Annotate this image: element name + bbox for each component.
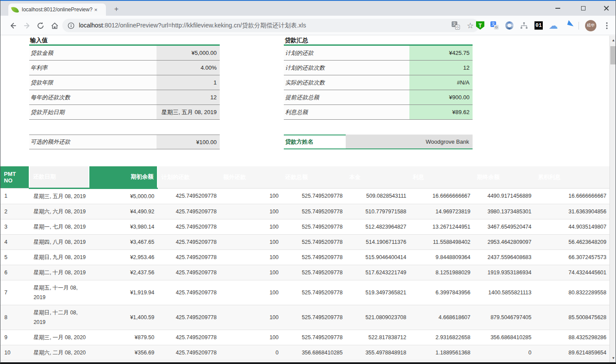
amortization-cell: 16.6666666667 <box>409 188 473 204</box>
cloud-extension-icon[interactable]: ☁ <box>549 21 558 30</box>
amortization-header-cell: 还款总额 <box>282 166 346 188</box>
row-label: 提前还款总额 <box>284 90 409 104</box>
amortization-cell: 9 <box>0 330 29 345</box>
tab-close-icon[interactable]: × <box>94 7 98 13</box>
amortization-cell: 11.5588498402 <box>409 234 473 249</box>
amortization-cell: 8 <box>0 305 29 330</box>
amortization-cell: 1.1889561368 <box>409 345 473 360</box>
summary-row: 贷款开始日期星期三, 五月 08, 2019 <box>29 105 220 120</box>
table-row: 10星期六, 二月 08, 2020¥356.69425.74952097780… <box>0 345 609 360</box>
page-translate-icon[interactable]: 文 G <box>452 21 460 30</box>
new-tab-button[interactable]: + <box>111 4 122 15</box>
menu-dots-icon[interactable] <box>602 21 611 30</box>
row-value: 12 <box>157 90 220 104</box>
amortization-cell: 2437.5596408683 <box>473 249 534 265</box>
amortization-cell: 514.1906711376 <box>346 234 409 249</box>
summary-row: 提前还款总额¥900.00 <box>284 90 473 105</box>
row-value: Woodgrove Bank <box>346 135 473 148</box>
amortization-cell: 525.7495209778 <box>282 234 346 249</box>
amortization-cell: 2 <box>0 204 29 219</box>
inputs-title: 输入值 <box>29 37 220 46</box>
home-button[interactable] <box>49 20 60 31</box>
amortization-cell: 519.3497365821 <box>346 280 409 305</box>
amortization-cell: 522.817838712 <box>346 330 409 345</box>
row-value: 1 <box>157 75 220 90</box>
browser-window: localhost:8012/onlinePreview? × + localh… <box>0 0 616 364</box>
summary-row: 计划的还款次数12 <box>284 61 473 75</box>
address-bar[interactable]: localhost:8012/onlinePreview?url=http://… <box>62 19 479 32</box>
summary-row: 计划的还款¥425.75 <box>284 46 473 61</box>
row-label: 年利率 <box>29 61 157 75</box>
amortization-cell: 2953.4642809097 <box>473 234 534 249</box>
vertical-scrollbar[interactable]: ▲ ▼ <box>609 36 616 362</box>
browser-tab[interactable]: localhost:8012/onlinePreview? × <box>8 3 106 16</box>
row-value: ¥900.00 <box>409 90 473 104</box>
amortization-cell: 425.7495209778 <box>157 204 220 219</box>
reload-button[interactable] <box>35 20 46 31</box>
amortization-cell: ¥1,919.94 <box>89 280 157 305</box>
url-text[interactable]: localhost:8012/onlinePreview?url=http://… <box>79 22 452 30</box>
amortization-cell: 74.4324445601 <box>534 265 609 280</box>
amortization-cell: 星期日, 九月 08, 2019 <box>29 249 89 265</box>
amortization-header-cell: 期初余额 <box>89 166 157 188</box>
amortization-header-cell: 还款日期 <box>29 166 89 188</box>
scroll-up-icon[interactable]: ▲ <box>610 37 616 44</box>
amortization-cell: 2.9316822658 <box>409 330 473 345</box>
row-value: ¥89.62 <box>409 105 473 119</box>
bookmark-star-icon[interactable]: ☆ <box>467 21 474 30</box>
amortization-cell: 100 <box>220 330 282 345</box>
amortization-cell: 13.2671244951 <box>409 219 473 234</box>
amortization-cell: 14.969723819 <box>409 204 473 219</box>
amortization-cell: 星期二, 十月 08, 2019 <box>29 265 89 280</box>
row-value: 星期三, 五月 08, 2019 <box>157 105 220 119</box>
amortization-cell: 85.5008475628 <box>534 305 609 330</box>
summary-row: 利息总额¥89.62 <box>284 105 473 120</box>
amortization-header-row: PMT NO还款日期期初余额计划的还款额外还款还款总额本金利息期终余额累积利息 <box>0 166 609 188</box>
table-row: 5星期日, 九月 08, 2019¥2,953.46425.7495209778… <box>0 249 609 265</box>
amortization-cell: 6 <box>0 265 29 280</box>
back-button[interactable] <box>7 20 18 31</box>
amortization-cell: 80.8322289558 <box>534 280 609 305</box>
profile-avatar[interactable]: 精华 <box>585 20 596 31</box>
swirl-extension-icon[interactable] <box>505 21 514 30</box>
minimize-button[interactable] <box>552 3 563 14</box>
amortization-header-cell: 本金 <box>346 166 409 188</box>
tampermonkey-extension-icon[interactable]: T <box>476 21 484 30</box>
binary-extension-icon[interactable]: 01 <box>534 21 543 30</box>
amortization-cell: 100 <box>220 219 282 234</box>
amortization-header-cell: 累积利息 <box>534 166 609 188</box>
scroll-down-icon[interactable]: ▼ <box>610 354 616 361</box>
forward-button[interactable] <box>22 20 33 31</box>
amortization-cell: 3980.1373485301 <box>473 204 534 219</box>
maximize-button[interactable] <box>578 3 589 14</box>
amortization-cell: 879.5046797405 <box>473 305 534 330</box>
close-button[interactable] <box>603 5 609 11</box>
amortization-cell: ¥2,953.46 <box>89 249 157 265</box>
table-row: 3星期一, 七月 08, 2019¥3,980.14425.7495209778… <box>0 219 609 234</box>
amortization-cell: 525.7495209778 <box>282 330 346 345</box>
amortization-cell: 425.7495209778 <box>157 265 220 280</box>
amortization-cell: 星期六, 六月 08, 2019 <box>29 204 89 219</box>
amortization-cell: 3467.6549520474 <box>473 219 534 234</box>
amortization-cell: 425.7495209778 <box>157 249 220 265</box>
amortization-table: PMT NO还款日期期初余额计划的还款额外还款还款总额本金利息期终余额累积利息 … <box>0 166 609 361</box>
toolbar-separator <box>579 22 579 30</box>
proxy-tree-extension-icon[interactable] <box>520 21 528 30</box>
bird-extension-icon[interactable] <box>564 21 572 30</box>
amortization-cell: 0 <box>473 345 534 360</box>
amortization-cell: 355.4978848918 <box>346 345 409 360</box>
amortization-cell: ¥1,400.59 <box>89 305 157 330</box>
amortization-cell: 525.7495209778 <box>282 305 346 330</box>
amortization-cell: 509.0828543111 <box>346 188 409 204</box>
table-row: 8星期日, 十二月 08, 2019¥1,400.59425.749520977… <box>0 305 609 330</box>
row-value: 4.00% <box>157 61 220 75</box>
lender-name-row: 贷款方姓名 Woodgrove Bank <box>284 135 473 149</box>
info-icon[interactable] <box>68 22 75 29</box>
amortization-cell: 100 <box>220 204 282 219</box>
amortization-header-cell: PMT NO <box>0 166 29 188</box>
scrollbar-thumb[interactable] <box>610 46 616 64</box>
inputs-panel: 输入值 贷款金额¥5,000.00年利率4.00%贷款年限1每年的还款次数12贷… <box>29 37 220 149</box>
translate-extension-icon[interactable]: 文 G <box>490 21 499 30</box>
amortization-cell: 525.7495209778 <box>282 204 346 219</box>
amortization-cell: 425.7495209778 <box>157 219 220 234</box>
